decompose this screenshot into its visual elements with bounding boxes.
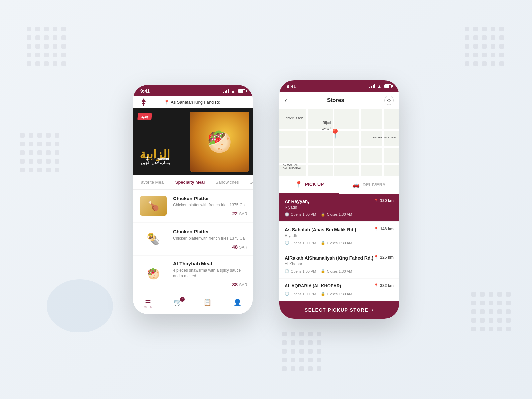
store-3-header: AlRakah AlShamaliyah (King Fahed Rd.) Al… xyxy=(285,255,394,266)
battery-icon-2 xyxy=(384,84,392,88)
menu-item-1[interactable]: 🍗 Chicken Platter Chicken platter with f… xyxy=(133,190,253,222)
menu-item-3-title: Al Thaybah Meal xyxy=(173,261,247,266)
phone-menu: 9:41 ▲ xyxy=(133,85,253,314)
store-3-closes: 🔒 Closes 1:30 AM xyxy=(321,269,352,273)
menu-item-1-price: 22 SAR xyxy=(173,211,247,216)
store-1-closes: 🔒 Closes 1:30 AM xyxy=(321,212,352,217)
menu-item-2-title: Chicken Platter xyxy=(173,229,247,234)
menu-item-3-image: 🥙 xyxy=(138,262,168,286)
menu-item-1-desc: Chicken platter with french fries 1375 C… xyxy=(173,202,247,208)
clock-icon-s3c: 🔒 xyxy=(321,269,325,273)
shawarma-roll-icon: 🌯 xyxy=(147,233,160,245)
store-3-hours: 🕐 Opens 1:00 PM 🔒 Closes 1:30 AM xyxy=(285,269,394,273)
store-1-distance: 📍 120 km xyxy=(374,199,394,203)
stores-header: ‹ Stores ⊙ xyxy=(279,92,399,109)
svg-marker-0 xyxy=(142,98,146,102)
promo-banner[interactable]: جديد الزابية بشارة لأهل الجبن shawarmer xyxy=(133,108,253,175)
nav-orders[interactable]: 📋 xyxy=(203,298,212,306)
store-2-closes: 🔒 Closes 1:30 AM xyxy=(321,241,352,245)
cat-favorite-meal[interactable]: Favorite Meal xyxy=(133,175,170,189)
store-4-distance: 📍 382 km xyxy=(374,283,394,288)
store-2-name: As Sahafah (Anas Bin Malik Rd.) xyxy=(285,227,356,233)
pickup-delivery-tabs: 📍 PICK UP 🚗 DELIVERY xyxy=(279,176,399,194)
pin-icon-s1: 📍 xyxy=(374,199,379,203)
cart-badge: 4 xyxy=(180,297,185,302)
store-2-opens: 🕐 Opens 1:00 PM xyxy=(285,241,316,245)
clock-icon-s1o: 🕐 xyxy=(285,212,289,217)
status-bar-1: 9:41 ▲ xyxy=(133,85,253,96)
delivery-tab[interactable]: 🚗 DELIVERY xyxy=(339,176,399,194)
status-time-1: 9:41 xyxy=(140,88,150,94)
menu-item-3-info: Al Thaybah Meal 4 pieces shawarma with a… xyxy=(173,261,247,287)
menu-item-3-price: 88 SAR xyxy=(173,282,247,287)
stores-list: Ar Rayyan, Riyadh 📍 120 km 🕐 Opens 1:00 … xyxy=(279,194,399,301)
menu-item-1-title: Chicken Platter xyxy=(173,196,247,201)
clock-icon-s2o: 🕐 xyxy=(285,241,289,245)
store-item-1[interactable]: Ar Rayyan, Riyadh 📍 120 km 🕐 Opens 1:00 … xyxy=(279,194,399,221)
store-item-3[interactable]: AlRakah AlShamaliyah (King Fahed Rd.) Al… xyxy=(279,250,399,278)
store-item-4[interactable]: AL AQRABIA (AL KHOBAR) 📍 382 km 🕐 Opens … xyxy=(279,279,399,301)
nav-menu[interactable]: ☰ menu xyxy=(144,296,152,309)
cat-specialty-meal[interactable]: Specialty Meal xyxy=(170,175,210,189)
location-text: As Sahafah King Fahd Rd. xyxy=(171,100,222,105)
store-3-opens: 🕐 Opens 1:00 PM xyxy=(285,269,316,273)
delivery-icon: 🚗 xyxy=(352,181,360,188)
nav-menu-label: menu xyxy=(144,305,152,309)
store-1-name: Ar Rayyan, xyxy=(285,199,309,204)
nav-cart[interactable]: 🛒 4 xyxy=(174,298,182,306)
store-1-city: Riyadh xyxy=(285,205,309,210)
clock-icon-s1c: 🔒 xyxy=(321,212,325,217)
store-1-hours: 🕐 Opens 1:00 PM 🔒 Closes 1:30 AM xyxy=(285,212,394,217)
stores-title: Stores xyxy=(327,97,344,104)
clock-icon-s2c: 🔒 xyxy=(321,241,325,245)
wifi-icon-2: ▲ xyxy=(377,84,382,89)
store-2-distance: 📍 146 km xyxy=(374,227,394,231)
store-map[interactable]: 4MANIYYAH Rijad الرياض AS SULIMANIYAH AL… xyxy=(279,109,399,176)
clock-icon-s4c: 🔒 xyxy=(321,292,325,296)
menu-item-2-image: 🌯 xyxy=(138,227,168,251)
location-display: 📍 As Sahafah King Fahd Rd. xyxy=(164,100,222,105)
menu-item-2[interactable]: 🌯 Chicken Platter Chicken platter with f… xyxy=(133,223,253,255)
select-store-button[interactable]: SELECT PICKUP STORE › xyxy=(279,301,399,319)
pin-icon-s2: 📍 xyxy=(374,227,379,231)
map-pin: 📍 xyxy=(330,128,341,139)
pickup-tab[interactable]: 📍 PICK UP xyxy=(279,176,339,194)
orders-icon: 📋 xyxy=(203,298,212,306)
menu-item-1-image: 🍗 xyxy=(138,194,168,217)
app-logo xyxy=(138,97,149,108)
map-label-maniyyah: 4MANIYYAH xyxy=(286,116,303,119)
back-button[interactable]: ‹ xyxy=(285,96,287,104)
location-target-button[interactable]: ⊙ xyxy=(384,96,394,105)
store-4-opens: 🕐 Opens 1:00 PM xyxy=(285,292,316,296)
menu-item-2-desc: Chicken platter with french fries 1375 C… xyxy=(173,236,247,241)
pickup-label: PICK UP xyxy=(305,182,324,187)
chicken-box-icon: 🍗 xyxy=(140,196,167,216)
store-4-hours: 🕐 Opens 1:00 PM 🔒 Closes 1:30 AM xyxy=(285,292,394,296)
arrow-right-icon: › xyxy=(372,307,374,313)
map-label-mathar: AL MATHARASH SHAMALI xyxy=(283,163,301,169)
cat-gatherings[interactable]: Gatherings xyxy=(244,175,253,189)
delivery-label: DELIVERY xyxy=(362,182,386,187)
clock-icon-s3o: 🕐 xyxy=(285,269,289,273)
store-4-closes: 🔒 Closes 1:30 AM xyxy=(321,292,352,296)
menu-icon: ☰ xyxy=(145,296,151,304)
status-bar-2: 9:41 ▲ xyxy=(279,80,399,92)
menu-header: 📍 As Sahafah King Fahd Rd. xyxy=(133,96,253,108)
menu-item-3[interactable]: 🥙 Al Thaybah Meal 4 pieces shawarma with… xyxy=(133,256,253,292)
cat-sandwiches[interactable]: Sandwiches xyxy=(210,175,244,189)
store-3-name-block: AlRakah AlShamaliyah (King Fahed Rd.) Al… xyxy=(285,255,373,266)
map-label-rijad: Rijad xyxy=(323,121,331,125)
map-background: 4MANIYYAH Rijad الرياض AS SULIMANIYAH AL… xyxy=(279,109,399,176)
store-3-distance: 📍 225 km xyxy=(374,255,394,260)
clock-icon-s4o: 🕐 xyxy=(285,292,289,296)
menu-item-2-price: 48 SAR xyxy=(173,244,247,250)
store-2-name-block: As Sahafah (Anas Bin Malik Rd.) Riyadh xyxy=(285,227,356,238)
svg-marker-4 xyxy=(146,156,148,158)
store-2-hours: 🕐 Opens 1:00 PM 🔒 Closes 1:30 AM xyxy=(285,241,394,245)
brand-logo-banner: shawarmer xyxy=(144,156,169,162)
location-pin-icon: 📍 xyxy=(164,100,169,105)
store-item-2[interactable]: As Sahafah (Anas Bin Malik Rd.) Riyadh 📍… xyxy=(279,222,399,250)
wifi-icon-1: ▲ xyxy=(231,88,235,94)
menu-item-1-info: Chicken Platter Chicken platter with fre… xyxy=(173,196,247,216)
nav-profile[interactable]: 👤 xyxy=(233,298,242,306)
